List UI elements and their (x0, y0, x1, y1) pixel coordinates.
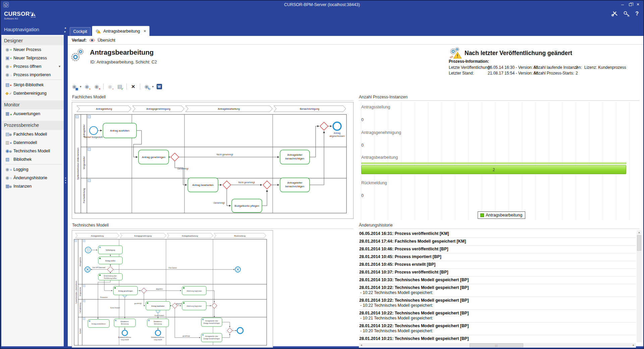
error-end-event[interactable] (85, 267, 90, 272)
delete-process-button[interactable]: × (129, 83, 138, 91)
task-eskalations-erinnerung[interactable] (114, 319, 136, 327)
pool-label: Systembetreiber-Unternehmen (75, 281, 77, 304)
expand-sidebar-icon[interactable]: ▸ (64, 30, 66, 33)
history-row[interactable]: 28.01.2014 10:45: Prozess importiert [BP… (359, 253, 636, 261)
business-model-diagram[interactable]: Antragstellung Antragsgenehmigung Antrag… (72, 102, 354, 219)
restore-button[interactable] (627, 2, 634, 7)
gateway[interactable] (223, 181, 231, 189)
gateway[interactable] (227, 328, 232, 333)
sidebar-item-skript-bibliothek[interactable]: ▤● Skript-Bibliothek (1, 81, 64, 89)
gateway[interactable] (141, 288, 147, 293)
task-entscheidung[interactable] (98, 273, 122, 280)
open-process-icon: ◉● (5, 63, 11, 69)
sidebar-item-label: Neuer Teilprozess (13, 56, 47, 60)
word-export-button[interactable]: W (155, 83, 164, 91)
end-event-label: Antrag (334, 132, 340, 135)
republish-dropdown-caret[interactable]: ▾ (152, 85, 154, 88)
save-dropdown-caret[interactable]: ▾ (80, 85, 82, 88)
sidebar-item-bibliothek[interactable]: ▧ Bibliothek (1, 155, 64, 163)
brand-subtitle: Software AG (4, 17, 32, 20)
history-horizontal-scrollbar[interactable]: ◂ ||| ▸ (359, 343, 636, 348)
gateway[interactable] (212, 303, 217, 308)
status-title: Nach letzter Veröffentlichung geändert (465, 50, 572, 57)
history-row[interactable]: 28.01.2014 10:22: Technisches Modell ges… (359, 284, 636, 297)
history-row[interactable]: 06.05.2014 16:31: Prozess veröffentlicht… (359, 230, 636, 238)
admin-key-icon[interactable] (623, 11, 631, 17)
scroll-left-icon[interactable]: ◂ (359, 343, 364, 348)
history-row[interactable]: 28.01.2014 10:45: Prozess erstellt [BP] (359, 261, 636, 269)
breadcrumb-item-uebersicht[interactable]: Übersicht (98, 38, 115, 43)
sidebar-item-prozess-importieren[interactable]: ◉↓ Prozess importieren (1, 70, 64, 79)
republish-process-button[interactable]: ◉↻ (142, 83, 151, 91)
phase-label: Antragsgenehmigung (146, 107, 170, 110)
bpmn-tasks (103, 123, 310, 212)
sidebar-item-datenbereinigung[interactable]: ◆✓ Datenbereinigung (1, 89, 64, 97)
end-event-label: Eskalations-Erinne- (151, 337, 165, 338)
phase-label: Antragstellung (96, 107, 112, 110)
minimize-button[interactable]: – (619, 2, 626, 7)
tools-icon[interactable] (611, 11, 619, 17)
history-row[interactable]: 28.01.2014 10:22: Technisches Modell ges… (359, 322, 636, 335)
save-process-button[interactable]: ◉▦ (70, 83, 79, 91)
history-entry: 28.01.2014 10:45: Prozess importiert [BP… (359, 254, 636, 259)
edge-label: genehmigt (182, 335, 190, 337)
tab-close-icon[interactable]: × (144, 29, 146, 34)
edge-label: abgelehnt (156, 288, 163, 290)
sidebar-item-aenderungshistorie[interactable]: ◉○ Änderungshistorie (1, 173, 64, 182)
history-row[interactable]: 28.01.2014 10:33: Technisches Modell ges… (359, 277, 636, 284)
vertical-scroll-thumb[interactable] (637, 235, 641, 251)
task-label: Antrag ausfüllen (110, 129, 129, 132)
gateway[interactable] (107, 266, 113, 272)
sidebar-item-neuer-teilprozess[interactable]: ▣+ Neuer Teilprozess (1, 54, 64, 62)
sidebar-splitter[interactable]: ◂ ▸ (64, 25, 68, 346)
publish-process-button[interactable]: ◉● (83, 83, 92, 91)
task-label: benachrichtigen (285, 185, 304, 188)
history-row[interactable]: 28.01.2014 10:37: Prozess veröffentlicht… (359, 269, 636, 277)
history-entry: 28.01.2014 10:22: Technisches Modell ges… (359, 285, 636, 290)
history-entry-detail: - 10:21 Technisches Modell gespeichert: (359, 316, 636, 321)
gateway[interactable] (263, 181, 271, 189)
technical-model-diagram[interactable]: Antragsstellung Antragsgenehmigung Antra… (72, 230, 273, 348)
history-row[interactable]: 28.01.2014 10:46: Prozess veröffentlicht… (359, 246, 636, 253)
history-vertical-scrollbar[interactable]: ▴ (637, 230, 642, 342)
validate-process-button[interactable]: ▤✓ (115, 83, 124, 91)
close-button[interactable]: × (635, 2, 641, 7)
tab-antragsbearbeitung[interactable]: Antragsbearbeitung × (92, 26, 150, 36)
task-label: Antragsteller (287, 181, 303, 184)
splitter-grip[interactable] (65, 178, 66, 183)
license-value: Lizenz: Kundenprozess (584, 65, 626, 70)
end-events[interactable] (122, 328, 243, 336)
sidebar-item-instanzen[interactable]: ▦◉ Instanzen (1, 182, 64, 190)
start-event[interactable] (90, 127, 98, 135)
history-row[interactable]: 28.01.2014 10:22: Technisches Modell ges… (359, 310, 636, 322)
lane-label: Vorgesetzter (79, 287, 81, 296)
sidebar-item-datenmodell[interactable]: ▥● Datenmodell (1, 138, 64, 147)
sidebar-item-fachliches-modell[interactable]: ▤◉ Fachliches Modell (1, 130, 64, 138)
gateway[interactable] (171, 153, 179, 161)
retract-publication-button[interactable]: ◉× (92, 83, 101, 91)
sidebar-item-logging[interactable]: ◉≡ Logging (1, 165, 64, 173)
section-underline (72, 100, 354, 101)
collapse-sidebar-icon[interactable]: ◂ (64, 26, 66, 30)
end-event[interactable] (333, 122, 341, 130)
task-eskalations-erinnerung-2[interactable] (147, 319, 169, 327)
sidebar-item-neuer-prozess[interactable]: ◉+ Neuer Prozess (1, 45, 64, 54)
instances-bar[interactable]: 2 (361, 165, 626, 174)
tab-cockpit[interactable]: Cockpit (70, 27, 91, 36)
sidebar-item-prozess-oeffnen[interactable]: ◉● Prozess öffnen ▾ (1, 62, 64, 70)
horizontal-scroll-thumb[interactable]: ||| (470, 343, 523, 347)
dropdown-caret-icon[interactable]: ▾ (59, 64, 60, 68)
gateway[interactable] (320, 122, 328, 130)
sidebar-item-technisches-modell[interactable]: ◉◉ Technisches Modell (1, 147, 64, 155)
bar-highlight (361, 162, 626, 164)
info-row-label: Letzter Stand: (449, 71, 474, 76)
scroll-up-icon[interactable]: ▴ (637, 230, 642, 235)
history-row[interactable]: 28.01.2014 10:21: Technisches Modell ges… (359, 335, 636, 342)
deadline-end-event[interactable] (235, 267, 240, 272)
sidebar-item-auswertungen[interactable]: ▦▴ Auswertungen (1, 109, 64, 118)
scroll-right-icon[interactable]: ▸ (631, 343, 636, 348)
history-row[interactable]: 28.01.2014 17:44: Fachliches Modell gesp… (359, 238, 636, 246)
help-icon[interactable]: ? (635, 11, 639, 17)
new-subprocess-icon: ▣+ (5, 55, 11, 61)
history-row[interactable]: 28.01.2014 10:22: Technisches Modell ges… (359, 297, 636, 310)
